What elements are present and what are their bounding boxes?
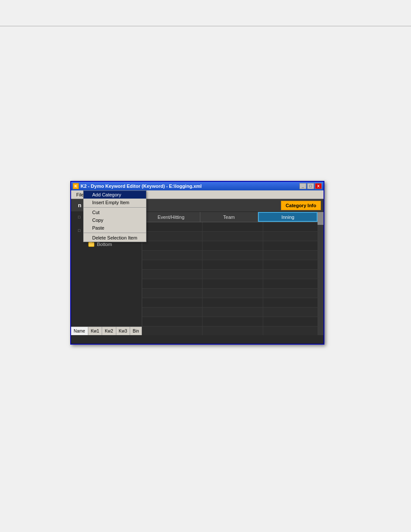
edit-dropdown-menu: Add Category Insert Empty Item Cut Copy … (83, 190, 146, 242)
cell-team-1 (202, 222, 263, 231)
tree-label-bottom: Bottom (97, 242, 112, 247)
cell-team-12 (202, 327, 263, 335)
cell-inning-9 (263, 298, 324, 307)
table-row (142, 289, 324, 298)
cell-team-2 (202, 232, 263, 241)
tab-bin[interactable]: Bin (130, 327, 142, 335)
folder-icon-bottom (88, 242, 94, 247)
table-row (142, 308, 324, 317)
table-row (142, 260, 324, 270)
cell-inning-11 (263, 317, 324, 326)
cell-inning-6 (263, 270, 324, 279)
minimize-button[interactable]: _ (299, 183, 306, 189)
cell-team-11 (202, 317, 263, 326)
cell-event-5 (142, 260, 202, 269)
restore-button[interactable]: □ (307, 183, 314, 189)
tab-kw3[interactable]: Kw3 (116, 327, 130, 335)
menu-cut[interactable]: Cut (84, 208, 146, 216)
separator-2 (84, 233, 146, 233)
table-row (142, 270, 324, 279)
tab-kw1[interactable]: Kw1 (88, 327, 102, 335)
cell-team-3 (202, 241, 263, 250)
cell-inning-12 (263, 327, 324, 335)
tab-name[interactable]: Name (71, 327, 88, 335)
menu-bar: File Edit Help Add Category Insert Empty… (71, 190, 324, 199)
table-row (142, 279, 324, 289)
menu-copy[interactable]: Copy (84, 216, 146, 224)
table-row (142, 317, 324, 327)
expand-icon-inning: □ (78, 228, 82, 233)
cell-event-2 (142, 232, 202, 241)
cell-event-3 (142, 241, 202, 250)
category-info-button[interactable]: Category Info (281, 201, 321, 210)
expand-icon-root: □ (78, 215, 82, 219)
cell-event-6 (142, 270, 202, 279)
cell-team-4 (202, 251, 263, 260)
cell-event-8 (142, 289, 202, 298)
menu-add-category[interactable]: Add Category (84, 191, 146, 199)
close-button[interactable]: X (315, 183, 322, 189)
cell-event-10 (142, 308, 202, 317)
table-row (142, 327, 324, 335)
grid-body[interactable] (142, 222, 324, 335)
cell-event-12 (142, 327, 202, 335)
cell-inning-8 (263, 289, 324, 298)
cell-inning-4 (263, 251, 324, 260)
table-row (142, 241, 324, 251)
grid-col-team: Team (200, 212, 258, 222)
cell-team-5 (202, 260, 263, 269)
title-bar: K K2 - Dymo Keyword Editor (Keyword) - E… (71, 182, 324, 190)
table-row (142, 232, 324, 241)
table-row (142, 298, 324, 308)
cell-inning-3 (263, 241, 324, 250)
cell-event-7 (142, 279, 202, 288)
cell-event-11 (142, 317, 202, 326)
grid-panel: Event/Hitting Team Inning (142, 212, 324, 335)
top-divider (0, 26, 411, 26)
cell-team-10 (202, 308, 263, 317)
menu-paste[interactable]: Paste (84, 224, 146, 232)
cell-event-4 (142, 251, 202, 260)
page-background: K K2 - Dymo Keyword Editor (Keyword) - E… (0, 0, 411, 532)
grid-header: Event/Hitting Team Inning (142, 212, 324, 222)
app-icon: K (73, 183, 79, 189)
table-row (142, 222, 324, 232)
cell-event-9 (142, 298, 202, 307)
title-bar-buttons: _ □ X (299, 183, 322, 189)
grid-col-inning: Inning (258, 212, 318, 222)
separator-1 (84, 207, 146, 208)
cell-team-8 (202, 289, 263, 298)
grid-col-event-hitting: Event/Hitting (142, 212, 200, 222)
tree-tabs: Name Kw1 Kw2 Kw3 Bin (71, 327, 142, 335)
menu-delete-selection[interactable]: Delete Selection Item (84, 234, 146, 242)
cell-team-7 (202, 279, 263, 288)
tab-kw2[interactable]: Kw2 (102, 327, 116, 335)
app-window: K K2 - Dymo Keyword Editor (Keyword) - E… (70, 181, 324, 345)
cell-team-9 (202, 298, 263, 307)
cell-inning-1 (263, 222, 324, 231)
table-row (142, 251, 324, 260)
cell-team-6 (202, 270, 263, 279)
scrollbar-thumb[interactable] (318, 212, 324, 225)
cell-event-1 (142, 222, 202, 231)
cell-inning-5 (263, 260, 324, 269)
vertical-scrollbar[interactable] (318, 212, 324, 335)
cell-inning-2 (263, 232, 324, 241)
window-title: K2 - Dymo Keyword Editor (Keyword) - E:\… (81, 184, 202, 189)
cell-inning-7 (263, 279, 324, 288)
title-bar-text: K K2 - Dymo Keyword Editor (Keyword) - E… (73, 183, 202, 189)
menu-insert-empty-item[interactable]: Insert Empty Item (84, 199, 146, 206)
cell-inning-10 (263, 308, 324, 317)
